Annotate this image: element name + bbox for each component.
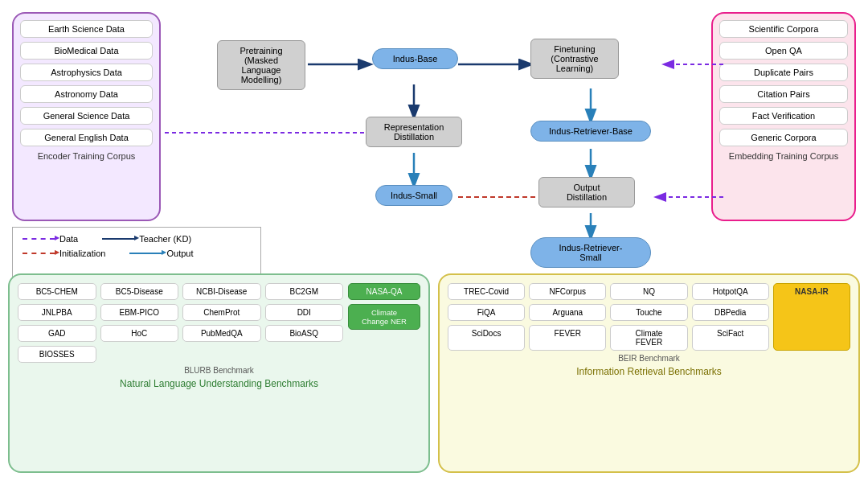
indus-base-node: Indus-Base [372,48,458,69]
nlu-cell-13: BIOSSES [18,346,96,363]
nlu-right-items: NASA-QA ClimateChange NER [348,283,420,363]
encoder-item-5: General Science Data [20,107,153,125]
nlu-left-grid: BC5-CHEM BC5-Disease NCBI-Disease BC2GM … [18,283,343,363]
dashed-red-arrow [23,253,55,254]
ir-cell-9: SciDocs [448,325,525,351]
encoder-item-2: BioMedical Data [20,42,153,60]
blurb-label: BLURB Benchmark [18,366,420,375]
indus-retriever-small-node: Indus-Retriever-Small [530,237,651,268]
ir-benchmarks-box: TREC-Covid NFCorpus NQ HotpotQA NASA-IR … [438,273,860,473]
encoder-item-4: Astronomy Data [20,85,153,103]
architecture-diagram: Earth Science Data BioMedical Data Astro… [8,8,860,265]
indus-small-node: Indus-Small [375,185,452,206]
nlu-benchmarks-box: BC5-CHEM BC5-Disease NCBI-Disease BC2GM … [8,273,430,473]
encoder-training-corpus: Earth Science Data BioMedical Data Astro… [12,12,161,221]
nlu-cell-empty3 [265,346,344,363]
legend-output: Output [129,249,193,258]
nasa-qa-cell: NASA-QA [348,283,420,300]
embedding-item-3: Duplicate Pairs [719,64,848,81]
legend-output-label: Output [166,249,193,258]
encoder-item-1: Earth Science Data [20,20,153,38]
ir-cell-10: FEVER [529,325,606,351]
legend-teacher-label: Teacher (KD) [139,234,191,244]
solid-blue-arrow [129,253,162,254]
embedding-item-2: Open QA [719,42,848,60]
legend-data: Data [23,234,78,244]
embedding-item-1: Scientific Corpora [719,20,848,38]
nlu-cell-11: PubMedQA [182,325,261,342]
ir-cell-12: SciFact [692,325,769,351]
ir-cell-6: Arguana [529,304,606,321]
ir-cell-2: NFCorpus [529,283,606,300]
nlu-cell-2: BC5-Disease [100,283,179,300]
solid-darkblue-arrow [102,238,134,240]
nlu-cell-1: BC5-CHEM [18,283,96,300]
ir-title: Information Retrieval Benchmarks [448,366,850,377]
beir-label: BEIR Benchmark [448,354,850,363]
nlu-cell-empty1 [100,346,179,363]
ir-cell-7: Touche [610,304,687,321]
ir-cell-4: HotpotQA [692,283,769,300]
encoder-item-3: Astrophysics Data [20,64,153,81]
encoder-item-6: General English Data [20,129,153,146]
ir-cell-3: NQ [610,283,687,300]
nlu-cell-7: ChemProt [182,304,261,321]
nlu-cell-9: GAD [18,325,96,342]
output-distillation-node: OutputDistillation [538,177,635,208]
pretraining-node: Pretraining(MaskedLanguageModelling) [217,40,305,90]
nlu-cell-5: JNLPBA [18,304,96,321]
encoder-label: Encoder Training Corpus [20,151,153,161]
nlu-cell-12: BioASQ [265,325,344,342]
embedding-label: Embedding Training Corpus [719,151,848,161]
ir-cell-1: TREC-Covid [448,283,525,300]
main-container: Earth Science Data BioMedical Data Astro… [0,0,868,489]
rep-distillation-node: RepresentationDistillation [366,117,462,147]
ir-cell-8: DBPedia [692,304,769,321]
climate-change-ner-cell: ClimateChange NER [348,304,420,330]
indus-retriever-base-node: Indus-Retriever-Base [530,121,651,142]
ir-grid-wrapper: TREC-Covid NFCorpus NQ HotpotQA NASA-IR … [448,283,850,351]
embedding-item-6: Generic Corpora [719,129,848,146]
nlu-cell-10: HoC [100,325,179,342]
nlu-cell-6: EBM-PICO [100,304,179,321]
nasa-ir-cell: NASA-IR [773,283,850,351]
nlu-title: Natural Language Understanding Benchmark… [18,378,420,389]
nlu-cell-empty2 [182,346,261,363]
legend-row-1: Data Teacher (KD) [23,234,251,244]
nlu-cell-3: NCBI-Disease [182,283,261,300]
legend-row-2: Initialization Output [23,249,251,258]
finetuning-node: Finetuning(ContrastiveLearning) [530,39,619,79]
nlu-grid-wrapper: BC5-CHEM BC5-Disease NCBI-Disease BC2GM … [18,283,420,363]
embedding-training-corpus: Scientific Corpora Open QA Duplicate Pai… [711,12,856,221]
legend-init-label: Initialization [59,249,105,258]
ir-cell-5: FiQA [448,304,525,321]
legend-init: Initialization [23,249,105,258]
nlu-cell-4: BC2GM [265,283,344,300]
dotted-purple-arrow [23,238,55,240]
embedding-item-5: Fact Verification [719,107,848,125]
legend-data-label: Data [59,234,78,244]
legend-teacher: Teacher (KD) [102,234,191,244]
embedding-item-4: Citation Pairs [719,85,848,103]
ir-cell-11: ClimateFEVER [610,325,687,351]
bottom-section: BC5-CHEM BC5-Disease NCBI-Disease BC2GM … [8,273,860,473]
nlu-cell-8: DDI [265,304,344,321]
